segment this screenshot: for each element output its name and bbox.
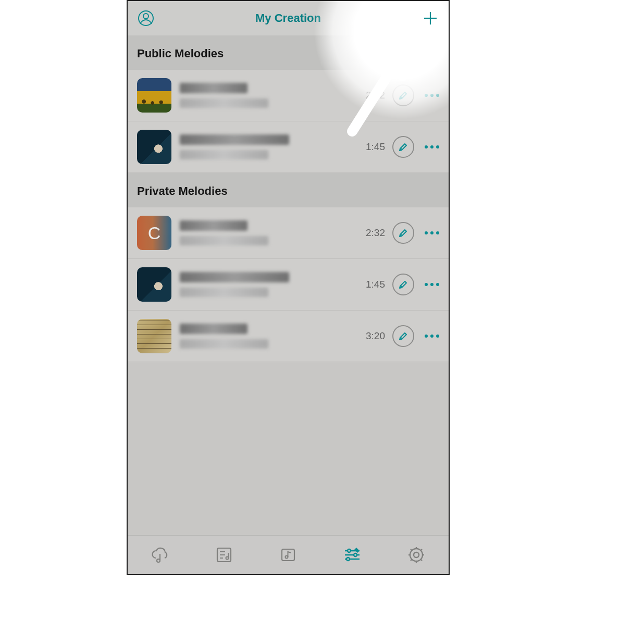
list-item[interactable]: C 2:32 [128, 207, 449, 259]
item-subtitle-blurred [180, 339, 268, 349]
svg-point-24 [414, 552, 419, 558]
svg-point-1 [143, 14, 148, 19]
item-title-blurred [180, 83, 247, 93]
more-button[interactable] [425, 94, 439, 97]
item-title-blurred [180, 324, 247, 334]
note-card-icon [279, 546, 298, 564]
more-button[interactable] [425, 283, 439, 286]
tab-creation[interactable] [342, 544, 363, 565]
tab-note[interactable] [278, 544, 299, 565]
duration-label: 2:32 [366, 227, 385, 239]
list-item[interactable]: 1:45 [128, 259, 449, 311]
thumbnail: C [137, 216, 171, 250]
item-text [180, 134, 366, 159]
svg-point-22 [354, 553, 357, 556]
item-text [180, 83, 366, 108]
pencil-icon [398, 90, 408, 101]
pencil-icon [398, 228, 408, 238]
item-text [180, 324, 366, 349]
duration-label: 1:45 [366, 141, 385, 153]
item-subtitle-blurred [180, 236, 268, 245]
header-bar: My Creation [128, 1, 449, 35]
duration-label: 3:20 [366, 330, 385, 342]
cloud-music-icon [150, 544, 170, 565]
app-screen: My Creation Public Melodies 2:32 [127, 0, 450, 575]
item-title-blurred [180, 220, 247, 231]
section-header-private: Private Melodies [128, 173, 449, 207]
item-title-blurred [180, 134, 289, 145]
edit-button[interactable] [392, 136, 414, 158]
svg-point-25 [410, 549, 423, 561]
thumbnail [137, 130, 171, 164]
playlist-icon [215, 546, 233, 564]
duration-label: 1:45 [366, 279, 385, 290]
pencil-icon [398, 142, 408, 152]
thumbnail [137, 267, 171, 302]
plus-icon [423, 10, 438, 26]
pencil-icon [398, 331, 408, 341]
edit-button[interactable] [392, 222, 414, 244]
more-button[interactable] [425, 335, 439, 338]
more-button[interactable] [425, 231, 439, 234]
list-item[interactable]: 1:45 [128, 121, 449, 173]
item-text [180, 272, 366, 297]
sliders-edit-icon [342, 546, 363, 564]
profile-icon [138, 10, 154, 27]
edit-button[interactable] [392, 274, 414, 295]
section-header-public: Public Melodies [128, 35, 449, 70]
add-button[interactable] [422, 9, 439, 27]
list-item[interactable]: 3:20 [128, 311, 449, 362]
thumbnail-letter: C [148, 223, 161, 243]
svg-point-9 [157, 559, 160, 562]
gear-icon [406, 545, 426, 565]
edit-button[interactable] [392, 325, 414, 347]
item-subtitle-blurred [180, 288, 268, 297]
tab-bar [128, 535, 449, 574]
item-text [180, 220, 366, 245]
pencil-icon [398, 279, 408, 290]
thumbnail [137, 319, 171, 353]
item-subtitle-blurred [180, 150, 268, 159]
item-subtitle-blurred [180, 98, 268, 108]
tab-settings[interactable] [406, 544, 427, 565]
tab-playlist[interactable] [214, 544, 234, 565]
edit-button[interactable] [392, 84, 414, 106]
profile-button[interactable] [137, 9, 155, 27]
page-title: My Creation [128, 11, 449, 25]
tab-cloud[interactable] [150, 544, 170, 565]
item-title-blurred [180, 272, 289, 282]
svg-point-21 [348, 549, 351, 552]
svg-point-23 [346, 558, 350, 561]
thumbnail [137, 78, 171, 113]
duration-label: 2:32 [366, 90, 385, 101]
list-item[interactable]: 2:32 [128, 70, 449, 121]
more-button[interactable] [425, 145, 439, 148]
